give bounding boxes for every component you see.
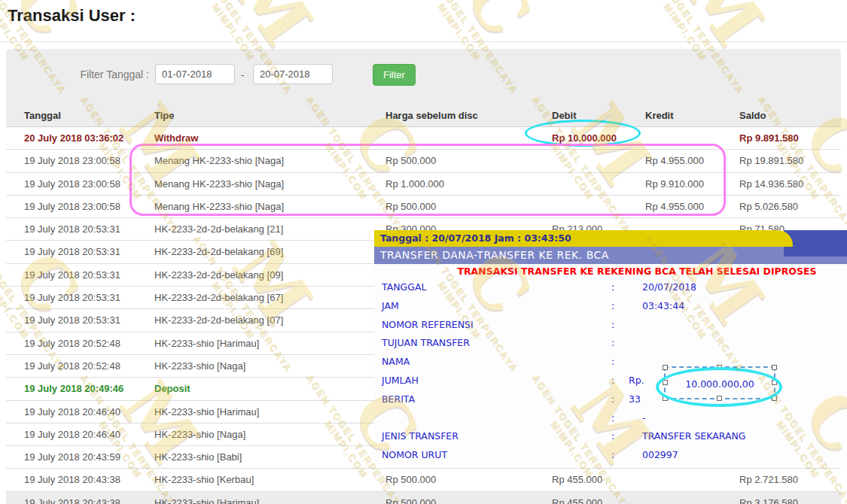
receipt-field-value: TRANSFER SEKARANG bbox=[642, 427, 746, 446]
receipt-field-label: TUJUAN TRANSFER bbox=[382, 334, 470, 353]
receipt-datetime-text: Tanggal : 20/07/2018 Jam : 03:43:50 bbox=[380, 230, 571, 247]
table-row: 19 July 2018 23:00:58 Menang HK-2233-shi… bbox=[6, 150, 841, 172]
cell-tipe: Menang HK-2233-shio [Naga] bbox=[154, 196, 284, 217]
selection-handle bbox=[772, 380, 777, 385]
receipt-field-value: 33 bbox=[629, 390, 641, 409]
receipt-field-value: 002997 bbox=[642, 446, 678, 465]
filter-date-from-input[interactable] bbox=[155, 64, 235, 84]
receipt-field-row: : - bbox=[374, 409, 847, 428]
cell-tanggal: 19 July 2018 20:53:31 bbox=[24, 287, 120, 308]
column-header-kredit: Kredit bbox=[645, 107, 674, 125]
cell-tipe: HK-2233-shio [Harimau] bbox=[154, 492, 259, 504]
receipt-field-colon: : bbox=[611, 372, 614, 390]
filter-date-label: Filter Tanggal : bbox=[6, 64, 149, 86]
cell-tanggal: 19 July 2018 20:53:31 bbox=[24, 264, 120, 286]
receipt-success-message: TRANSAKSI TRANSFER KE REKENING BCA TELAH… bbox=[374, 264, 847, 278]
receipt-field-colon: : bbox=[611, 278, 614, 297]
cell-harga: Rp 500.000 bbox=[385, 469, 436, 490]
cell-harga: Rp 500.000 bbox=[385, 150, 436, 172]
cell-tipe: HK-2233-shio [Naga] bbox=[154, 355, 245, 377]
column-header-tipe: Tipe bbox=[154, 107, 175, 125]
cell-harga: Rp 1.000.000 bbox=[385, 173, 444, 195]
receipt-field-value: - bbox=[642, 409, 646, 428]
table-row: 20 July 2018 03:36:02 Withdraw Rp 10.000… bbox=[6, 127, 841, 150]
receipt-field-label: BERITA bbox=[382, 390, 415, 409]
cell-tanggal: 19 July 2018 20:46:40 bbox=[24, 401, 120, 423]
receipt-field-colon: : bbox=[611, 446, 614, 465]
receipt-field-label: NOMOR URUT bbox=[382, 446, 447, 465]
cell-tipe: HK-2233-shio [Harimau] bbox=[154, 332, 259, 354]
receipt-field-value: 03:43:44 bbox=[642, 297, 684, 316]
cell-saldo: Rp 3.176.580 bbox=[739, 492, 798, 504]
selection-handle bbox=[663, 380, 668, 385]
receipt-field-colon: : bbox=[611, 390, 614, 409]
receipt-field-label: TANGGAL bbox=[382, 278, 426, 297]
filter-date-to-input[interactable] bbox=[253, 64, 333, 84]
page-title: Transaksi User : bbox=[8, 6, 136, 26]
cell-tipe: HK-2233-2d-2d-belakang [09] bbox=[154, 264, 283, 286]
filter-button[interactable]: Filter bbox=[373, 64, 416, 86]
selection-handle bbox=[663, 365, 668, 370]
receipt-title-text: TRANSFER DANA-TRANSFER KE REK. BCA bbox=[380, 247, 609, 264]
table-header-row: Tanggal Tipe Harga sebelum disc Debit Kr… bbox=[6, 107, 841, 127]
receipt-field-colon: : bbox=[611, 353, 614, 372]
column-header-debit: Debit bbox=[552, 107, 577, 125]
cell-debit: Rp 10.000.000 bbox=[552, 127, 617, 149]
cell-kredit: Rp 9.910.000 bbox=[645, 173, 704, 195]
cell-debit: Rp 455.000 bbox=[552, 492, 602, 504]
bank-transfer-receipt-overlay: Tanggal : 20/07/2018 Jam : 03:43:50 TRAN… bbox=[374, 230, 847, 465]
table-row: 19 July 2018 20:43:38 HK-2233-shio [Kerb… bbox=[6, 469, 841, 491]
cell-harga: Rp 500.000 bbox=[385, 196, 436, 217]
receipt-field-row: NOMOR URUT : 002997 bbox=[374, 446, 847, 465]
receipt-field-value: 20/07/2018 bbox=[642, 278, 696, 297]
cell-tanggal: 19 July 2018 20:53:31 bbox=[24, 241, 120, 263]
cell-tipe: HK-2233-2d-2d-belakang [07] bbox=[154, 309, 283, 331]
receipt-field-label: JAM bbox=[382, 297, 399, 316]
cell-tipe: HK-2233-shio [Babi] bbox=[154, 446, 242, 468]
selection-box-jumlah: 10.000.000,00 bbox=[664, 366, 775, 399]
receipt-fields: TANGGAL : 20/07/2018 JAM : 03:43:44 NOMO… bbox=[374, 278, 847, 465]
cell-tanggal: 19 July 2018 23:00:58 bbox=[24, 173, 120, 195]
cell-saldo: Rp 2.721.580 bbox=[739, 469, 798, 490]
cell-saldo: Rp 9.891.580 bbox=[739, 127, 799, 149]
cell-tipe: HK-2233-shio [Kerbau] bbox=[154, 469, 254, 490]
cell-saldo: Rp 5.026.580 bbox=[739, 196, 798, 217]
cell-tanggal: 19 July 2018 20:46:40 bbox=[24, 424, 120, 445]
receipt-field-label: NOMOR REFERENSI bbox=[382, 316, 474, 335]
receipt-field-colon: : bbox=[611, 409, 614, 428]
receipt-field-label: NAMA bbox=[382, 353, 410, 372]
receipt-field-row: NOMOR REFERENSI : bbox=[374, 316, 847, 335]
receipt-field-label: JENIS TRANSFER bbox=[382, 427, 459, 446]
cell-tipe: HK-2233-2d-2d-belakang [21] bbox=[154, 218, 283, 240]
cell-tanggal: 19 July 2018 20:43:38 bbox=[24, 469, 120, 490]
cell-tipe: HK-2233-shio [Naga] bbox=[154, 424, 245, 445]
date-range-dash: - bbox=[241, 64, 244, 86]
cell-kredit: Rp 4.955.000 bbox=[645, 196, 704, 217]
cell-tanggal: 19 July 2018 23:00:58 bbox=[24, 196, 120, 217]
table-row: 19 July 2018 23:00:58 Menang HK-2233-shi… bbox=[6, 196, 841, 218]
cell-tanggal: 19 July 2018 20:52:48 bbox=[24, 355, 120, 377]
receipt-field-colon: : bbox=[611, 334, 614, 353]
cell-tipe: HK-2233-2d-2d-belakang [69] bbox=[154, 241, 283, 263]
cell-kredit: Rp 4.955.000 bbox=[645, 150, 704, 172]
cell-tipe: Withdraw bbox=[154, 127, 198, 149]
receipt-field-row: TUJUAN TRANSFER : bbox=[374, 334, 847, 353]
cell-tanggal: 19 July 2018 20:52:48 bbox=[24, 332, 120, 354]
receipt-header: Tanggal : 20/07/2018 Jam : 03:43:50 TRAN… bbox=[374, 230, 847, 264]
receipt-header-corner bbox=[784, 230, 847, 257]
receipt-field-label: JUMLAH bbox=[382, 372, 419, 390]
selection-handle bbox=[772, 365, 777, 370]
receipt-field-row: JENIS TRANSFER : TRANSFER SEKARANG bbox=[374, 427, 847, 446]
cell-harga: Rp 500.000 bbox=[385, 492, 436, 504]
receipt-field-colon: : bbox=[611, 427, 614, 446]
cell-tanggal: 19 July 2018 20:53:31 bbox=[24, 309, 120, 331]
selection-handle bbox=[717, 396, 722, 401]
cell-debit: Rp 455.000 bbox=[552, 469, 602, 490]
cell-tipe: HK-2233-shio [Harimau] bbox=[154, 401, 259, 423]
cell-saldo: Rp 19.891.580 bbox=[739, 150, 803, 172]
column-header-tanggal: Tanggal bbox=[24, 107, 61, 125]
cell-saldo: Rp 14.936.580 bbox=[739, 173, 803, 195]
cell-tipe: Menang HK-2233-shio [Naga] bbox=[154, 150, 284, 172]
receipt-field-colon: : bbox=[611, 297, 614, 316]
cell-tanggal: 19 July 2018 20:49:46 bbox=[24, 378, 123, 399]
